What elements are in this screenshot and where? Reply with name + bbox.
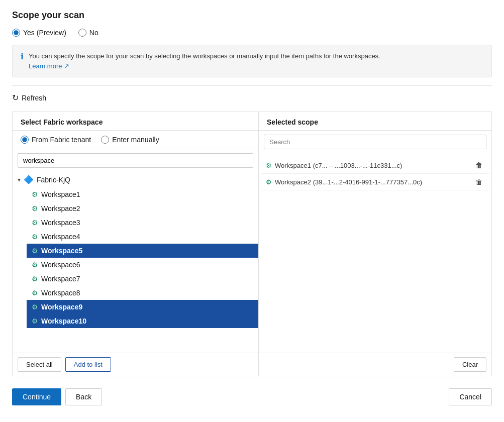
workspace-icon	[266, 162, 272, 169]
workspace-icon	[32, 233, 38, 241]
list-item[interactable]: Workspace3	[27, 216, 258, 230]
footer-left-buttons: Continue Back	[12, 388, 102, 405]
list-item[interactable]: Workspace4	[27, 230, 258, 244]
chevron-icon: ▾	[18, 176, 21, 183]
workspace-icon	[266, 178, 272, 186]
radio-from-fabric[interactable]: From Fabric tenant	[21, 136, 91, 144]
left-panel-header: Select Fabric workspace	[13, 112, 258, 131]
list-item[interactable]: Workspace10	[27, 314, 258, 328]
list-item[interactable]: Workspace5	[27, 244, 258, 258]
list-item[interactable]: Workspace6	[27, 258, 258, 272]
continue-button[interactable]: Continue	[12, 388, 61, 405]
fabric-tenant-item[interactable]: ▾ 🔷 Fabric-KjQ	[13, 172, 258, 187]
list-item: Workspace2 (39...1-...2-4016-991-1-...77…	[261, 174, 489, 190]
list-item[interactable]: Workspace9	[27, 300, 258, 314]
fabric-source-radio-group: From Fabric tenant Enter manually	[13, 131, 258, 149]
list-item[interactable]: Workspace1	[27, 187, 258, 201]
delete-scope-item-button[interactable]: 🗑	[473, 160, 484, 170]
radio-enter-manually[interactable]: Enter manually	[101, 136, 159, 144]
left-panel-footer: Select all Add to list	[13, 353, 258, 376]
scope-search-input[interactable]	[264, 135, 486, 149]
yes-no-radio-group: Yes (Preview) No	[12, 29, 492, 37]
workspace-icon	[32, 204, 38, 213]
right-panel: Selected scope Workspace1 (c7... – ...10…	[259, 112, 491, 376]
page-footer: Continue Back Cancel	[12, 388, 492, 405]
info-icon: ℹ	[21, 52, 24, 61]
info-box: ℹ You can specify the scope for your sca…	[12, 45, 492, 77]
list-item[interactable]: Workspace8	[27, 286, 258, 300]
radio-no[interactable]: No	[78, 29, 98, 37]
selected-scope-list: Workspace1 (c7... – ...1003...-...-11c33…	[259, 153, 491, 353]
workspace-icon	[32, 261, 38, 269]
workspace-icon	[32, 275, 38, 283]
list-item[interactable]: Workspace7	[27, 272, 258, 286]
right-panel-header: Selected scope	[259, 112, 491, 131]
workspace-tree: ▾ 🔷 Fabric-KjQ Workspace1 Workspace2 Wor…	[13, 172, 258, 353]
refresh-button[interactable]: ↻ Refresh	[12, 90, 46, 106]
workspace-icon	[32, 303, 38, 311]
workspace-children: Workspace1 Workspace2 Workspace3 Workspa…	[13, 187, 258, 328]
left-panel: Select Fabric workspace From Fabric tena…	[13, 112, 259, 376]
radio-manual-input[interactable]	[101, 136, 109, 144]
back-button[interactable]: Back	[65, 388, 102, 405]
learn-more-link[interactable]: Learn more ↗	[29, 62, 69, 70]
radio-yes-input[interactable]	[12, 29, 20, 37]
two-panel-container: Select Fabric workspace From Fabric tena…	[12, 112, 492, 376]
fabric-icon: 🔷	[24, 175, 34, 184]
list-item[interactable]: Workspace2	[27, 201, 258, 216]
divider-1	[12, 85, 492, 86]
refresh-icon: ↻	[12, 93, 19, 102]
right-panel-footer: Clear	[259, 353, 491, 376]
list-item: Workspace1 (c7... – ...1003...-...-11c33…	[261, 157, 489, 174]
radio-fabric-input[interactable]	[21, 136, 29, 144]
clear-button[interactable]: Clear	[454, 357, 486, 372]
workspace-icon	[32, 247, 38, 255]
workspace-search-input[interactable]	[18, 153, 253, 168]
workspace-icon	[32, 190, 38, 198]
workspace-icon	[32, 219, 38, 227]
select-all-button[interactable]: Select all	[18, 357, 61, 372]
info-text: You can specify the scope for your scan …	[29, 51, 380, 71]
add-to-list-button[interactable]: Add to list	[65, 357, 111, 372]
page-title: Scope your scan	[12, 10, 492, 21]
delete-scope-item-button[interactable]: 🗑	[473, 177, 484, 187]
workspace-icon	[32, 317, 38, 325]
workspace-icon	[32, 289, 38, 297]
radio-no-input[interactable]	[78, 29, 86, 37]
radio-yes[interactable]: Yes (Preview)	[12, 29, 66, 37]
cancel-button[interactable]: Cancel	[449, 388, 492, 405]
